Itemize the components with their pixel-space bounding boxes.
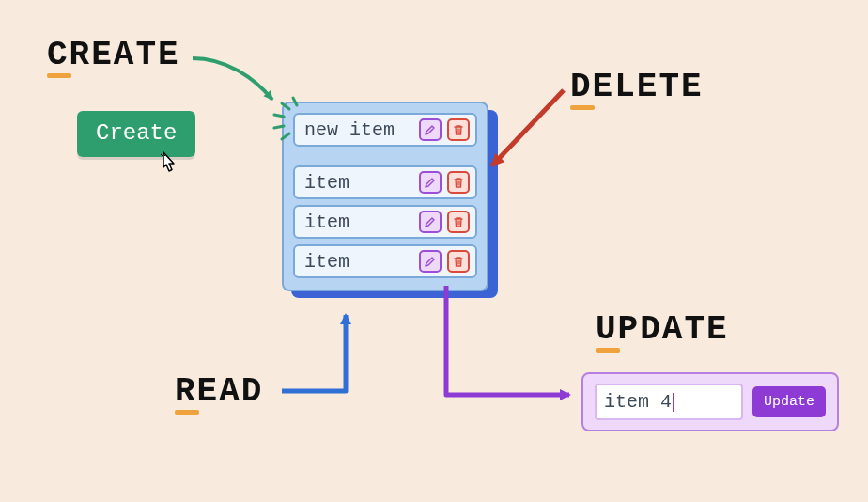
list-row-label: item [304, 251, 413, 273]
pencil-icon [425, 256, 436, 267]
create-button[interactable]: Create [77, 111, 195, 157]
read-label: READ [175, 372, 263, 411]
list-row: item [293, 244, 477, 278]
update-form: item 4 Update [581, 372, 839, 431]
read-arrow [282, 315, 346, 391]
list-row-new: new item [293, 113, 477, 147]
text-caret [673, 393, 674, 412]
pencil-icon [425, 124, 436, 135]
update-arrow [446, 286, 569, 395]
create-button-label: Create [96, 120, 177, 146]
update-button[interactable]: Update [752, 386, 826, 417]
update-button-label: Update [764, 394, 814, 410]
list-row: item [293, 165, 477, 199]
update-input[interactable]: item 4 [595, 384, 743, 420]
trash-icon [453, 216, 464, 227]
delete-arrow [492, 90, 564, 165]
create-arrow [193, 58, 272, 100]
pencil-icon [425, 177, 436, 188]
delete-label-first: D [570, 68, 593, 106]
edit-button[interactable] [419, 250, 442, 273]
trash-icon [453, 256, 464, 267]
list-panel: new item item item item [282, 102, 488, 291]
list-row-label: item [304, 212, 413, 233]
create-label: CREATE [47, 36, 180, 74]
update-label: UPDATE [596, 310, 729, 349]
create-label-rest: REATE [70, 36, 180, 74]
read-label-rest: EAD [197, 372, 264, 411]
edit-button[interactable] [419, 118, 442, 141]
list-row: item [293, 205, 477, 239]
list-row-label: new item [304, 119, 413, 141]
edit-button[interactable] [419, 171, 442, 194]
read-label-first: R [175, 372, 197, 411]
delete-label: DELETE [570, 68, 704, 106]
update-input-value: item 4 [604, 391, 672, 413]
update-label-first: U [596, 310, 618, 349]
delete-button[interactable] [447, 171, 470, 194]
trash-icon [453, 177, 464, 188]
trash-icon [453, 124, 464, 135]
delete-button[interactable] [447, 250, 470, 273]
delete-label-rest: ELETE [593, 68, 704, 106]
update-label-rest: PDATE [618, 310, 729, 349]
delete-button[interactable] [447, 118, 470, 141]
delete-button[interactable] [447, 211, 470, 233]
create-label-first: C [47, 36, 70, 74]
list-row-label: item [304, 172, 413, 194]
pencil-icon [425, 216, 436, 227]
edit-button[interactable] [419, 211, 442, 233]
